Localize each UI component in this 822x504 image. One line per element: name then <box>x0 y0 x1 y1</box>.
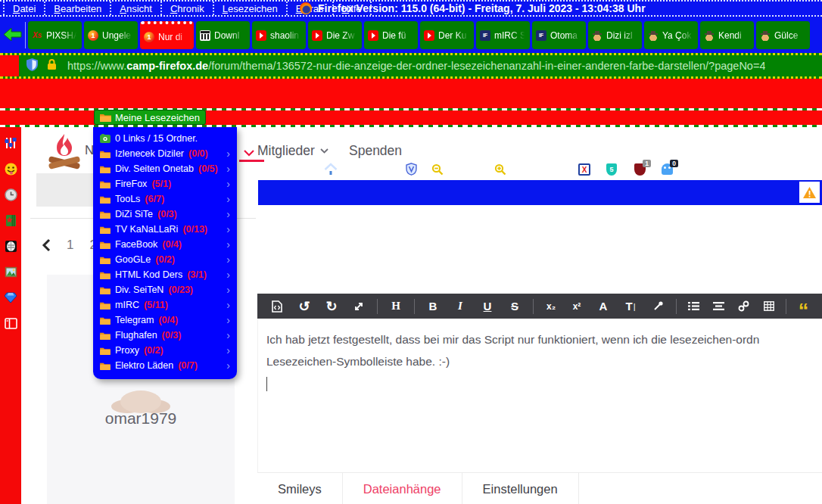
zoom-out-icon[interactable] <box>431 163 444 176</box>
menu-item[interactable]: Chronik <box>160 2 213 15</box>
bold-button[interactable]: B <box>419 300 447 313</box>
tab-counter[interactable]: 19 <box>378 164 391 178</box>
bookmark-star-icon[interactable] <box>4 213 17 227</box>
https-lock-icon[interactable] <box>47 59 57 73</box>
zoom-level[interactable]: 100% <box>460 166 485 177</box>
tab-bar: PIXSHA Ungele Nur di Downl <box>0 17 822 53</box>
browser-tab[interactable]: Ungele <box>84 21 138 49</box>
browser-tab[interactable]: PIXSHA <box>28 21 82 49</box>
source-code-icon[interactable] <box>263 300 291 313</box>
bookmark-folder-item[interactable]: Div. SeiTeN (0/23) › <box>93 282 237 297</box>
list-button[interactable] <box>681 301 706 311</box>
bookmark-folder-item[interactable]: FaceBook (0/4) › <box>93 237 237 252</box>
browser-tab[interactable]: mIRC S <box>476 21 530 49</box>
page-number[interactable]: 1 <box>67 238 73 253</box>
adblocker-extension-icon[interactable]: 1 <box>634 163 646 176</box>
scroll-tabs-left-icon[interactable] <box>4 28 22 44</box>
equalizer-icon[interactable] <box>4 136 17 150</box>
browser-tab[interactable]: Kendi <box>700 21 754 49</box>
active-nav-chevron-icon[interactable] <box>244 146 254 160</box>
tracking-shield-icon[interactable] <box>26 58 38 74</box>
menu-item[interactable]: Bearbeiten <box>44 2 110 15</box>
sidebar-panel-icon[interactable] <box>4 316 17 330</box>
browser-tab[interactable]: Die fü <box>364 21 418 49</box>
browser-tab[interactable]: Ya Çok <box>644 21 698 49</box>
chevron-right-icon: › <box>226 224 230 235</box>
undo-icon[interactable]: ↺ <box>291 298 318 315</box>
brush-button[interactable] <box>644 300 671 312</box>
protection-shield-icon[interactable] <box>406 163 417 176</box>
smiley-tongue-icon[interactable] <box>4 162 17 176</box>
superscript-button[interactable]: x² <box>564 301 590 312</box>
bookmark-folder-item[interactable]: Flughafen (0/3) › <box>93 328 237 343</box>
nav-spenden[interactable]: Spenden <box>349 143 402 159</box>
bookmark-folder-item[interactable]: Div. Seiten Onetab (0/5) › <box>93 161 237 176</box>
browser-tab[interactable]: Otoma <box>532 21 586 49</box>
maximize-icon[interactable] <box>345 301 372 312</box>
excel-extension-icon[interactable] <box>578 163 590 176</box>
browser-tab[interactable]: shaolin <box>252 21 306 49</box>
bookmark-folder-item[interactable]: mIRC (5/11) › <box>93 297 237 313</box>
menu-item[interactable]: Datei <box>3 2 44 15</box>
browser-tab[interactable]: Dizi izl <box>588 21 642 49</box>
browser-tab[interactable]: Nur di <box>140 21 194 49</box>
bookmark-folder-item[interactable]: DiZi SiTe (0/3) › <box>93 207 237 222</box>
browser-tab[interactable]: Downl <box>196 21 250 49</box>
bookmarks-summary-item[interactable]: 0 Links / 15 Ordner. <box>93 131 237 146</box>
bookmark-folder-item[interactable]: TooLs (6/7) › <box>93 191 237 207</box>
zoom-in-icon[interactable] <box>494 163 506 176</box>
bookmark-folder-item[interactable]: HTML Kod Ders (3/1) › <box>93 267 237 282</box>
italic-button[interactable]: I <box>447 300 474 313</box>
browser-tab[interactable]: Die Zw <box>308 21 362 49</box>
font-color-button[interactable]: A <box>590 300 617 313</box>
bookmarks-menu-button[interactable]: Meine Lesezeichen <box>94 110 206 125</box>
download-icon[interactable] <box>353 163 365 175</box>
page-back-icon[interactable] <box>42 238 51 252</box>
toolbar-separator <box>488 166 489 178</box>
home-icon[interactable] <box>324 163 338 176</box>
shield-5-extension-icon[interactable]: 5 <box>606 163 617 176</box>
menu-item[interactable]: Lesezeichen <box>213 2 286 15</box>
subscript-button[interactable]: x₂ <box>538 301 564 312</box>
nav-mitglieder[interactable]: Mitglieder <box>257 143 328 159</box>
folder-icon <box>100 150 111 158</box>
undo-closed-tab-icon[interactable]: ↩ <box>524 161 536 179</box>
link-button[interactable] <box>731 300 756 312</box>
bookmark-folder-item[interactable]: TV KaNaLLaRi (0/13) › <box>93 222 237 237</box>
url-bar[interactable]: https://www.camp-firefox.de/forum/thema/… <box>0 53 822 79</box>
heading-button[interactable]: H <box>382 300 409 313</box>
bookmark-folder-item[interactable]: Izlenecek Diziler (0/0) › <box>93 146 237 161</box>
remove-format-button[interactable]: T <box>617 300 644 313</box>
editor-textarea[interactable]: Ich hab jetzt festgestellt, dass bei mir… <box>257 319 822 473</box>
username[interactable]: omar1979 <box>47 409 235 428</box>
bookmark-folder-item[interactable]: Elektro Läden (0/7) › <box>93 358 237 373</box>
menu-item[interactable]: Ansicht <box>110 2 160 15</box>
window-title-group: Firefox Version: 115.0 (64-bit) - Freita… <box>300 0 646 17</box>
table-button[interactable] <box>756 301 781 311</box>
quote-button[interactable]: “ <box>791 298 816 315</box>
ghostery-extension-icon[interactable]: 0 <box>662 163 673 175</box>
bookmark-folder-item[interactable]: Telegram (0/4) › <box>93 313 237 328</box>
picture-icon[interactable] <box>4 265 17 278</box>
bookmark-folder-item[interactable]: GooGLe (0/2) › <box>93 252 237 267</box>
clock-icon[interactable] <box>4 188 17 201</box>
previous-post-avatar-area <box>36 173 98 207</box>
bookmark-folder-item[interactable]: FireFox (5/1) › <box>93 176 237 191</box>
new-tab-plus-icon[interactable]: + <box>553 160 562 179</box>
chevron-right-icon: › <box>226 269 230 280</box>
bookmark-folder-item[interactable]: Proxy (0/2) › <box>93 343 237 358</box>
campfire-logo[interactable] <box>45 132 83 176</box>
underline-button[interactable]: U <box>474 300 501 313</box>
redo-icon[interactable]: ↻ <box>318 298 345 315</box>
strikethrough-button[interactable]: S <box>501 300 528 313</box>
browser-tab[interactable]: Gülce <box>756 21 810 49</box>
footer-tab[interactable]: Dateianhänge <box>343 473 462 504</box>
footer-tab[interactable]: Smileys <box>257 473 343 504</box>
gem-icon[interactable] <box>4 291 17 304</box>
folder-icon <box>100 241 111 249</box>
align-button[interactable] <box>706 301 731 311</box>
footer-tab[interactable]: Einstellungen <box>462 473 579 504</box>
folder-icon <box>100 316 111 325</box>
browser-tab[interactable]: Der Ku <box>420 21 474 49</box>
mask-face-icon[interactable] <box>4 239 17 253</box>
